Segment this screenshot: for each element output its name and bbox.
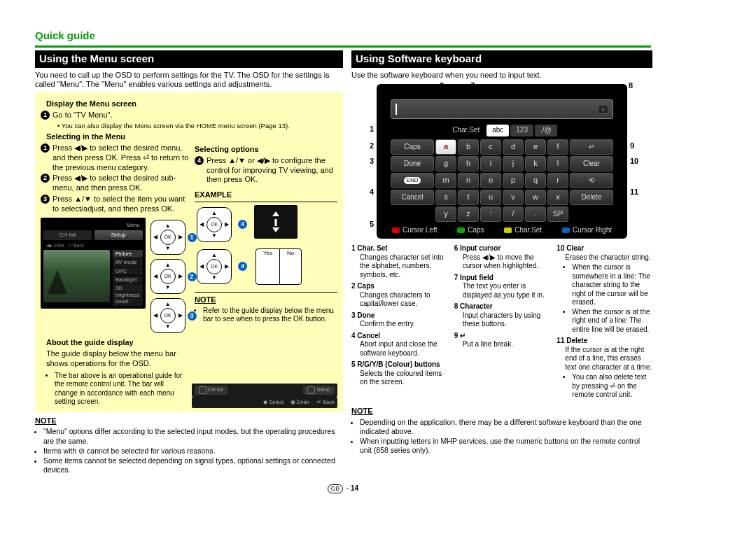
callout-2: 2	[360, 141, 374, 151]
kbd-tab-abc: abc	[486, 125, 509, 136]
callout-9: 9	[630, 141, 644, 151]
example-note-head: NOTE	[195, 292, 337, 305]
legend-item-6: 6 Input cursorPress ◀/▶ to move the curs…	[454, 244, 550, 271]
kbd-tab-charset: Char.Set	[447, 125, 485, 136]
menu-preview-image	[43, 250, 110, 302]
kbd-caps: Caps	[391, 139, 434, 155]
menu-tab-chlist: CH list	[43, 230, 92, 240]
section-title-keyboard: Using Software keyboard	[351, 50, 652, 68]
example-head: EXAMPLE	[195, 190, 337, 200]
selecting-s2: Press ◀/▶ to select the desired sub-menu…	[52, 174, 189, 193]
menu-tab-setup: Setup	[94, 230, 143, 240]
legend-item-8: 8 CharacterInput characters by using the…	[454, 302, 550, 329]
legend-item-10: 10 ClearErases the character string.When…	[556, 244, 652, 334]
display-menu-head: Display the Menu screen	[46, 99, 337, 109]
legend-item-4: 4 CancelAbort input and close the softwa…	[351, 332, 447, 358]
step-num-1: 1	[41, 143, 50, 153]
menu-mock-title: Menu	[43, 220, 143, 230]
right-note-head: NOTE	[351, 407, 652, 416]
software-keyboard-mock: a Char.Set abc 123 ./@ Caps a b c d e	[377, 84, 627, 239]
left-note-3: Some items cannot be selected depending …	[43, 456, 343, 475]
callout-4: 4	[360, 188, 374, 197]
page-header: Quick guide	[35, 29, 651, 48]
legend-item-11: 11 DeleteIf the cursor is at the right e…	[556, 337, 652, 400]
remote-pad-3: ▲▼◀▶	[150, 298, 186, 333]
display-bullet: You can also display the Menu screen via…	[62, 122, 290, 129]
legend-item-5: 5 R/G/Y/B (Colour) buttonsSelects the co…	[351, 360, 447, 387]
kbd-enter: ↵	[570, 139, 613, 155]
right-note-2: When inputting letters in MHP services, …	[360, 437, 652, 455]
remote-pad-1: ▲▼◀▶	[150, 220, 186, 255]
selecting-options-head: Selecting options	[195, 145, 337, 155]
right-column: Using Software keyboard Use the software…	[351, 50, 652, 476]
step-num-2: 2	[41, 174, 50, 183]
step-num-3: 3	[41, 195, 50, 204]
legend-item-9: 9 ↵Put a line break.	[454, 332, 550, 349]
callout-11: 11	[630, 188, 644, 197]
example-pad-a: ▲▼◀▶	[197, 207, 232, 242]
left-note-1: "Menu" options differ according to the s…	[43, 427, 343, 445]
left-note-head: NOTE	[35, 416, 343, 426]
callout-1: 1	[360, 125, 374, 134]
yellow-panel-1: Display the Menu screen 1 Go to "TV Menu…	[35, 92, 343, 412]
callout-10: 10	[630, 157, 644, 167]
kbd-bottom-bar: Cursor Left Caps Char.Set Cursor Right	[391, 226, 613, 235]
example-note-bullet: Refer to the guide display below the men…	[203, 307, 337, 324]
kbd-cursor-icon	[396, 104, 397, 115]
example-pad-b: ▲▼◀▶	[197, 249, 232, 284]
kbd-input-field: a	[391, 99, 613, 119]
menu-item-list: Picture AV mode OPC Backlight 3D brightn…	[113, 250, 143, 306]
about-head: About the guide display	[46, 338, 186, 348]
kbd-tab-123: 123	[510, 125, 533, 136]
kbd-delete-arrow: ⟲	[570, 173, 613, 188]
kbd-delete: Delete	[570, 190, 613, 205]
guide-bar-mock: CH list Setup	[192, 384, 337, 397]
yes-no-dialog: YesNo	[255, 248, 302, 285]
left-column: Using the Menu screen You need to call u…	[35, 50, 343, 476]
kbd-cancel: Cancel	[391, 190, 434, 205]
kbd-done: Done	[391, 156, 434, 171]
kbd-key-a: a	[435, 139, 456, 155]
remote-pad-2: ▲▼◀▶	[150, 259, 186, 294]
display-subnote: • You can also display the Menu screen v…	[57, 122, 337, 130]
legend-item-1: 1 Char. SetChanges character set into th…	[351, 244, 447, 279]
selecting-s1: Press ◀/▶ to select the desired menu, an…	[52, 143, 189, 172]
kbd-tab-sym: ./@	[535, 125, 557, 136]
keyboard-legend: 1 Char. SetChanges character set into th…	[351, 244, 652, 402]
selecting-s4: Press ▲/▼ or ◀/▶ to configure the contro…	[206, 156, 337, 185]
callout-5: 5	[360, 220, 374, 230]
kbd-space: SP	[547, 206, 568, 222]
kbd-end: END	[391, 173, 434, 188]
section-title-menu: Using the Menu screen	[35, 50, 343, 68]
legend-item-2: 2 CapsChanges characters to capital/lowe…	[351, 282, 447, 309]
intro-menu: You need to call up the OSD to perform s…	[35, 71, 343, 90]
selecting-s3: Press ▲/▼ to select the item you want to…	[52, 195, 189, 214]
display-step1: Go to "TV Menu".	[52, 111, 337, 120]
left-note-2: Items with ⊘ cannot be selected for vari…	[43, 447, 343, 456]
callout-8: 8	[629, 81, 633, 91]
step-num-4: 4	[195, 156, 204, 165]
legend-item-7: 7 Input fieldThe text you enter is displ…	[454, 274, 550, 300]
lang-badge: GB	[328, 484, 343, 493]
selecting-head: Selecting in the Menu	[46, 132, 337, 142]
about-bullet-1: The bar above is an operational guide fo…	[55, 372, 186, 407]
legend-item-3: 3 DoneConfirm the entry.	[351, 311, 447, 329]
kbd-clear: Clear	[570, 156, 613, 171]
callout-3: 3	[360, 157, 374, 167]
page-number: 14	[351, 484, 358, 492]
intro-keyboard: Use the software keyboard when you need …	[351, 71, 652, 80]
step-1-icon: 1	[41, 111, 50, 120]
page-footer: GB - 14	[35, 484, 651, 493]
right-note-1: Depending on the application, there may …	[360, 418, 652, 436]
menu-screenshot-mock: Menu CH list Setup ◀● Enter ⏎ Back Pictu…	[41, 218, 146, 308]
about-text: The guide display below the menu bar sho…	[46, 349, 186, 369]
